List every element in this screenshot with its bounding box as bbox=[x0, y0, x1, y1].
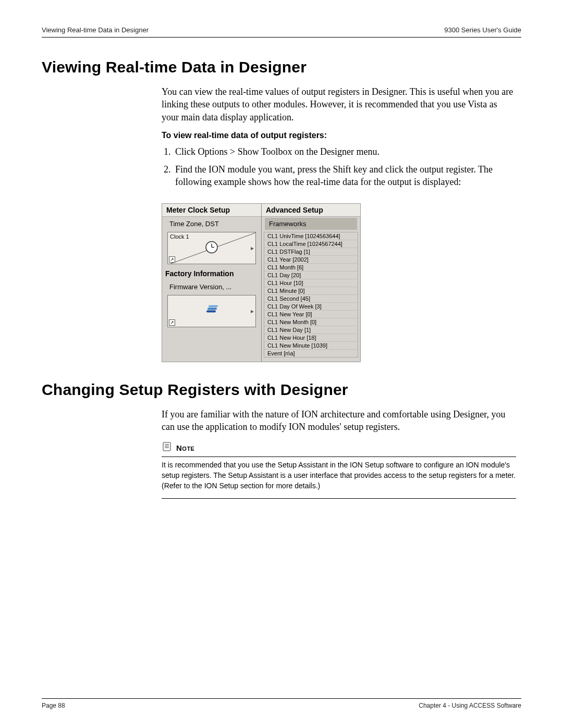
register-row[interactable]: CL1 New Year [0] bbox=[264, 311, 358, 318]
note-body: It is recommended that you use the Setup… bbox=[162, 460, 516, 499]
register-row[interactable]: CL1 DSTFlag [1] bbox=[264, 248, 358, 256]
panel-item-timezone[interactable]: Time Zone, DST bbox=[162, 217, 261, 229]
panel-left-column: Meter Clock Setup Time Zone, DST Clock 1… bbox=[162, 204, 261, 362]
register-row[interactable]: CL1 Day [20] bbox=[264, 272, 358, 279]
panel-left-title: Meter Clock Setup bbox=[162, 204, 261, 217]
module-clock1[interactable]: Clock 1 ↗ ▸ bbox=[167, 232, 256, 264]
step-1: Click Options > Show Toolbox on the Desi… bbox=[173, 145, 516, 158]
step-2: Find the ION module you want, press the … bbox=[173, 163, 516, 189]
register-row[interactable]: CL1 LocalTime [1024567244] bbox=[264, 240, 358, 248]
module-label: Clock 1 bbox=[170, 233, 189, 240]
panel-item-frameworks[interactable]: Frameworks bbox=[265, 218, 357, 230]
register-row[interactable]: CL1 Hour [10] bbox=[264, 279, 358, 287]
expand-icon[interactable]: ↗ bbox=[169, 256, 175, 263]
section-changing-setup-title: Changing Setup Registers with Designer bbox=[42, 381, 521, 399]
panel-section-factory-info: Factory Information bbox=[165, 269, 261, 278]
section1-steps: Click Options > Show Toolbox on the Desi… bbox=[173, 145, 516, 189]
svg-rect-7 bbox=[163, 442, 170, 451]
svg-rect-4 bbox=[206, 310, 216, 312]
footer-left: Page 88 bbox=[42, 702, 65, 709]
note-label: Note bbox=[176, 443, 194, 452]
svg-rect-5 bbox=[207, 307, 217, 310]
panel-right-title: Advanced Setup bbox=[262, 204, 360, 217]
register-row[interactable]: CL1 New Day [1] bbox=[264, 326, 358, 334]
section1-intro: You can view the real-time values of out… bbox=[162, 85, 516, 124]
register-row[interactable]: CL1 New Minute [1039] bbox=[264, 342, 358, 350]
section2-intro: If you are familiar with the nature of I… bbox=[162, 408, 516, 434]
register-row[interactable]: CL1 New Month [0] bbox=[264, 318, 358, 326]
register-row[interactable]: CL1 Day Of Week [3] bbox=[264, 303, 358, 311]
clock-icon bbox=[205, 240, 218, 255]
register-list: CL1 UnivTime [1024563644] CL1 LocalTime … bbox=[264, 232, 358, 357]
register-row[interactable]: CL1 Year [2002] bbox=[264, 256, 358, 264]
panel-item-firmware[interactable]: Firmware Version, ... bbox=[162, 280, 261, 292]
register-row[interactable]: CL1 New Hour [18] bbox=[264, 334, 358, 342]
expand-icon[interactable]: ↗ bbox=[169, 319, 175, 326]
register-row[interactable]: CL1 Month [6] bbox=[264, 264, 358, 272]
header-right: 9300 Series User's Guide bbox=[444, 26, 521, 34]
section-viewing-realtime-title: Viewing Real-time Data in Designer bbox=[42, 58, 521, 76]
module-firmware[interactable]: ↗ ▸ bbox=[167, 295, 256, 327]
panel-right-column: Advanced Setup Frameworks CL1 UnivTime [… bbox=[261, 204, 360, 362]
note-icon bbox=[162, 441, 172, 454]
register-row[interactable]: CL1 Second [45] bbox=[264, 295, 358, 303]
designer-toolbox-panel: Meter Clock Setup Time Zone, DST Clock 1… bbox=[162, 203, 361, 362]
output-arrow-icon[interactable]: ▸ bbox=[251, 244, 254, 252]
page-footer: Page 88 Chapter 4 - Using ACCESS Softwar… bbox=[42, 698, 521, 709]
section1-subhead: To view real-time data of output registe… bbox=[162, 131, 516, 140]
register-row[interactable]: Event [n\a] bbox=[264, 350, 358, 357]
output-arrow-icon[interactable]: ▸ bbox=[251, 307, 254, 315]
register-row[interactable]: CL1 Minute [0] bbox=[264, 287, 358, 295]
register-row[interactable]: CL1 UnivTime [1024563644] bbox=[264, 232, 358, 240]
note-block: Note It is recommended that you use the … bbox=[162, 441, 516, 499]
page-header: Viewing Real-time Data in Designer 9300 … bbox=[42, 26, 521, 38]
stack-icon bbox=[204, 305, 219, 317]
header-left: Viewing Real-time Data in Designer bbox=[42, 26, 149, 34]
footer-right: Chapter 4 - Using ACCESS Software bbox=[419, 702, 521, 709]
svg-rect-6 bbox=[209, 305, 218, 307]
